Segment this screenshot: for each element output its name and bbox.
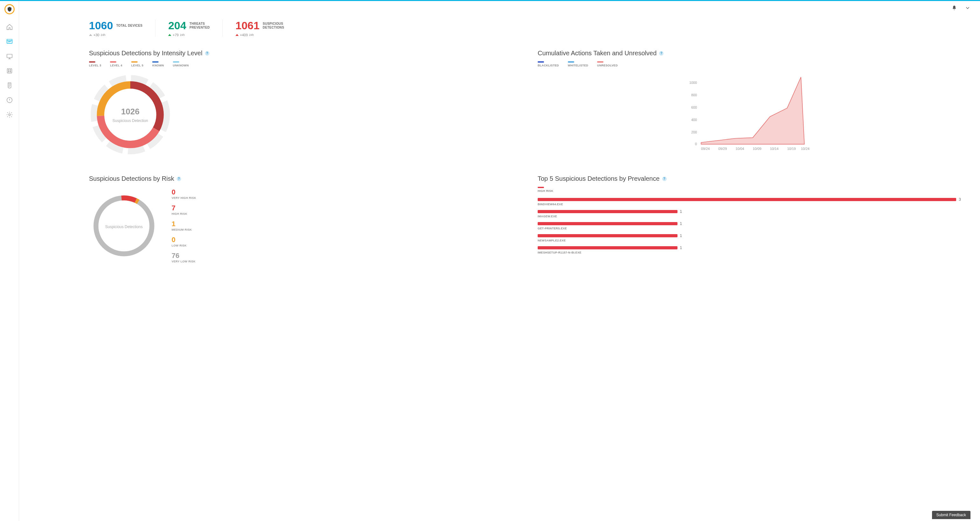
svg-text:10/19: 10/19: [787, 147, 796, 151]
chevron-down-icon[interactable]: [965, 5, 970, 12]
svg-text:400: 400: [691, 118, 697, 122]
svg-point-8: [9, 114, 11, 116]
legend-item[interactable]: LEVEL 5: [131, 61, 143, 67]
svg-text:09/29: 09/29: [719, 147, 727, 151]
risk-label: LOW RISK: [172, 244, 196, 247]
risk-label: HIGH RISK: [172, 212, 196, 215]
svg-point-6: [10, 71, 11, 72]
legend-swatch: [538, 61, 544, 63]
legend-label: LEVEL 5: [131, 64, 143, 67]
risk-item[interactable]: 0 LOW RISK: [172, 237, 196, 247]
nav-home-icon[interactable]: [5, 22, 14, 32]
nav-reports-icon[interactable]: [5, 81, 14, 90]
nav-dashboard-icon[interactable]: [5, 37, 14, 46]
svg-text:10/09: 10/09: [753, 147, 761, 151]
bar-row[interactable]: 1 IMAGEW.EXE: [538, 210, 961, 218]
risk-value: 76: [172, 252, 196, 259]
legend-swatch: [568, 61, 574, 63]
nav-alert-icon[interactable]: [5, 95, 14, 105]
sidebar: [0, 1, 19, 521]
legend-swatch: [110, 61, 116, 63]
bar-fill: [538, 246, 678, 249]
donut-label: Suspicious Detections: [105, 225, 143, 229]
svg-text:1000: 1000: [689, 81, 697, 84]
risk-item[interactable]: 76 VERY LOW RISK: [172, 252, 196, 263]
svg-point-5: [8, 71, 9, 72]
bar-row[interactable]: 1 IMESHSETUP-R1157-N-BI.EXE: [538, 246, 961, 254]
legend-item[interactable]: LEVEL 3: [89, 61, 101, 67]
legend-label: KNOWN: [152, 64, 164, 67]
svg-text:10/24: 10/24: [801, 147, 810, 151]
cumulative-area-chart[interactable]: 1000 800 600 400 200 0 09/24 09/29 10/04…: [538, 70, 961, 153]
bar-label: IMAGEW.EXE: [538, 215, 961, 218]
risk-label: VERY HIGH RISK: [172, 196, 196, 200]
legend-label: UNKNOWN: [173, 64, 189, 67]
stat-threats-prevented[interactable]: 204 THREATS PREVENTED +79 24h: [168, 19, 223, 37]
svg-text:10/14: 10/14: [770, 147, 778, 151]
risk-item[interactable]: 1 MEDIUM RISK: [172, 221, 196, 231]
svg-point-3: [8, 70, 9, 70]
stat-label: PREVENTED: [189, 26, 210, 30]
stat-suspicious-detections[interactable]: 1061 SUSPICIOUS DETECTIONS +409 24h: [235, 19, 297, 37]
stat-label: SUSPICIOUS: [263, 22, 284, 26]
svg-point-4: [10, 70, 11, 70]
legend-label: WHITELISTED: [568, 64, 588, 67]
bar-fill: [538, 234, 678, 237]
risk-item[interactable]: 0 VERY HIGH RISK: [172, 189, 196, 200]
card-cumulative: Cumulative Actions Taken and Unresolved …: [538, 49, 961, 156]
help-icon[interactable]: ?: [662, 176, 667, 181]
stat-label: TOTAL DEVICES: [116, 24, 143, 28]
submit-feedback-button[interactable]: Submit Feedback: [932, 511, 970, 519]
stat-value: 204: [168, 19, 186, 32]
help-icon[interactable]: ?: [177, 176, 181, 181]
legend-swatch: [89, 61, 95, 63]
card-title: Top 5 Suspicious Detections by Prevalenc…: [538, 175, 660, 183]
risk-label: VERY LOW RISK: [172, 260, 196, 263]
svg-text:0: 0: [695, 142, 697, 146]
nav-settings-icon[interactable]: [5, 110, 14, 119]
legend-item[interactable]: UNRESOLVED: [597, 61, 618, 67]
legend-item[interactable]: WHITELISTED: [568, 61, 588, 67]
nav-apps-icon[interactable]: [5, 67, 14, 75]
card-risk: Suspicious Detections by Risk ? Suspicio…: [89, 175, 512, 263]
nav-devices-icon[interactable]: [5, 52, 14, 61]
bar-value: 1: [680, 246, 682, 250]
intensity-donut-chart[interactable]: 1026 Suspicious Detection: [89, 73, 172, 156]
legend-item[interactable]: LEVEL 4: [110, 61, 122, 67]
card-title: Suspicious Detections by Intensity Level: [89, 49, 202, 57]
bar-value: 1: [680, 210, 682, 214]
risk-value: 0: [172, 189, 196, 196]
svg-rect-1: [7, 54, 12, 58]
svg-rect-0: [7, 40, 12, 43]
risk-donut-chart[interactable]: Suspicious Detections: [89, 191, 159, 261]
bar-row[interactable]: 1 GET-PRINTERS.EXE: [538, 222, 961, 230]
bar-value: 1: [680, 221, 682, 226]
help-icon[interactable]: ?: [659, 51, 663, 56]
card-top5: Top 5 Suspicious Detections by Prevalenc…: [538, 175, 961, 263]
legend-label: LEVEL 3: [89, 64, 101, 67]
risk-label: MEDIUM RISK: [172, 228, 196, 231]
risk-item[interactable]: 7 HIGH RISK: [172, 205, 196, 215]
bar-row[interactable]: 1 NEWSAMPLE2.EXE: [538, 234, 961, 242]
legend-label: HIGH RISK: [538, 189, 961, 192]
trend-up-icon: [168, 34, 171, 36]
legend-swatch: [131, 61, 138, 63]
svg-text:200: 200: [691, 130, 697, 134]
legend-label: BLACKLISTED: [538, 64, 559, 67]
bell-icon[interactable]: [951, 5, 957, 12]
help-icon[interactable]: ?: [205, 51, 209, 56]
svg-text:800: 800: [691, 93, 697, 97]
trend-up-icon: [235, 34, 239, 36]
bar-label: NEWSAMPLE2.EXE: [538, 239, 961, 242]
legend-swatch: [152, 61, 159, 63]
legend-item[interactable]: BLACKLISTED: [538, 61, 559, 67]
bar-row[interactable]: 3 BINDVIEW64.EXE: [538, 198, 961, 206]
legend-item[interactable]: KNOWN: [152, 61, 164, 67]
risk-value: 1: [172, 221, 196, 227]
svg-text:09/24: 09/24: [701, 147, 710, 151]
donut-label: Suspicious Detection: [113, 119, 148, 123]
bar-label: BINDVIEW64.EXE: [538, 203, 961, 206]
bar-value: 3: [959, 197, 961, 202]
stat-total-devices[interactable]: 1060 TOTAL DEVICES +30 24h: [89, 19, 155, 37]
legend-item[interactable]: UNKNOWN: [173, 61, 189, 67]
